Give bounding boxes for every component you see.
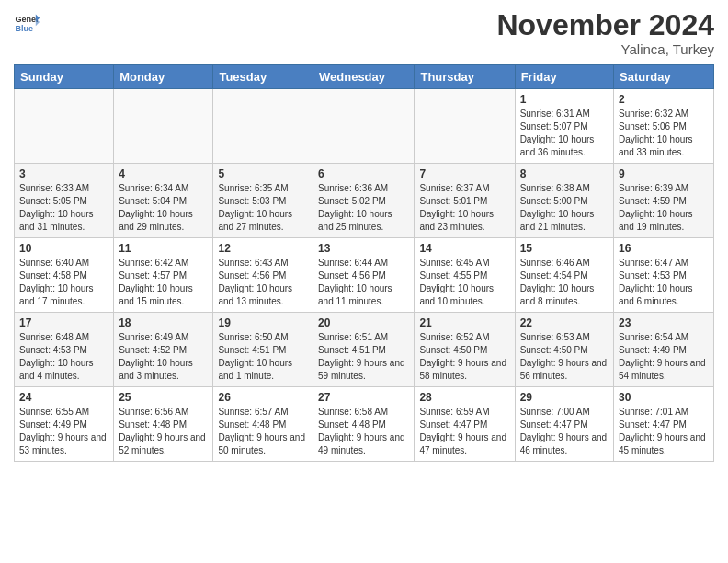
calendar-day-header: Tuesday bbox=[213, 65, 313, 89]
day-number: 13 bbox=[318, 242, 409, 255]
calendar-day-cell: 30Sunrise: 7:01 AM Sunset: 4:47 PM Dayli… bbox=[614, 387, 714, 462]
calendar-day-cell: 25Sunrise: 6:56 AM Sunset: 4:48 PM Dayli… bbox=[114, 387, 213, 462]
calendar-day-cell: 3Sunrise: 6:33 AM Sunset: 5:05 PM Daylig… bbox=[15, 164, 114, 238]
calendar-day-cell: 6Sunrise: 6:36 AM Sunset: 5:02 PM Daylig… bbox=[313, 164, 415, 238]
header: General Blue November 2024 Yalinca, Turk… bbox=[14, 9, 714, 57]
day-number: 25 bbox=[119, 391, 208, 404]
day-info: Sunrise: 6:47 AM Sunset: 4:53 PM Dayligh… bbox=[619, 257, 709, 308]
day-info: Sunrise: 6:32 AM Sunset: 5:06 PM Dayligh… bbox=[619, 108, 709, 159]
month-title: November 2024 bbox=[496, 9, 714, 41]
day-info: Sunrise: 6:51 AM Sunset: 4:51 PM Dayligh… bbox=[318, 331, 409, 383]
calendar-header-row: SundayMondayTuesdayWednesdayThursdayFrid… bbox=[15, 65, 714, 89]
page: General Blue November 2024 Yalinca, Turk… bbox=[0, 0, 728, 471]
day-info: Sunrise: 6:50 AM Sunset: 4:51 PM Dayligh… bbox=[218, 331, 308, 383]
calendar-day-cell: 12Sunrise: 6:43 AM Sunset: 4:56 PM Dayli… bbox=[213, 238, 313, 313]
day-number: 9 bbox=[619, 167, 709, 180]
day-number: 29 bbox=[520, 391, 609, 404]
calendar-day-cell bbox=[313, 89, 415, 164]
logo: General Blue bbox=[14, 9, 40, 35]
calendar-week-row: 3Sunrise: 6:33 AM Sunset: 5:05 PM Daylig… bbox=[15, 164, 714, 238]
day-number: 15 bbox=[520, 242, 609, 255]
day-info: Sunrise: 6:45 AM Sunset: 4:55 PM Dayligh… bbox=[419, 257, 509, 308]
day-info: Sunrise: 6:42 AM Sunset: 4:57 PM Dayligh… bbox=[119, 257, 208, 308]
day-info: Sunrise: 6:57 AM Sunset: 4:48 PM Dayligh… bbox=[218, 406, 308, 457]
day-number: 2 bbox=[619, 93, 709, 106]
calendar-day-cell: 4Sunrise: 6:34 AM Sunset: 5:04 PM Daylig… bbox=[114, 164, 213, 238]
calendar-day-cell bbox=[15, 89, 114, 164]
day-number: 22 bbox=[520, 316, 609, 329]
day-number: 19 bbox=[218, 316, 308, 329]
calendar-day-cell: 10Sunrise: 6:40 AM Sunset: 4:58 PM Dayli… bbox=[15, 238, 114, 313]
calendar-day-cell: 11Sunrise: 6:42 AM Sunset: 4:57 PM Dayli… bbox=[114, 238, 213, 313]
day-info: Sunrise: 6:58 AM Sunset: 4:48 PM Dayligh… bbox=[318, 406, 409, 457]
calendar-week-row: 17Sunrise: 6:48 AM Sunset: 4:53 PM Dayli… bbox=[15, 313, 714, 387]
day-info: Sunrise: 6:38 AM Sunset: 5:00 PM Dayligh… bbox=[520, 182, 609, 234]
day-info: Sunrise: 6:52 AM Sunset: 4:50 PM Dayligh… bbox=[419, 331, 509, 383]
calendar-day-cell: 22Sunrise: 6:53 AM Sunset: 4:50 PM Dayli… bbox=[515, 313, 613, 387]
calendar-day-cell: 16Sunrise: 6:47 AM Sunset: 4:53 PM Dayli… bbox=[614, 238, 714, 313]
calendar-day-cell: 2Sunrise: 6:32 AM Sunset: 5:06 PM Daylig… bbox=[614, 89, 714, 164]
day-info: Sunrise: 6:34 AM Sunset: 5:04 PM Dayligh… bbox=[119, 182, 208, 234]
day-number: 30 bbox=[619, 391, 709, 404]
day-number: 27 bbox=[318, 391, 409, 404]
calendar-day-cell bbox=[415, 89, 515, 164]
day-number: 10 bbox=[19, 242, 108, 255]
day-number: 23 bbox=[619, 316, 709, 329]
calendar-day-cell: 29Sunrise: 7:00 AM Sunset: 4:47 PM Dayli… bbox=[515, 387, 613, 462]
calendar-day-cell: 23Sunrise: 6:54 AM Sunset: 4:49 PM Dayli… bbox=[614, 313, 714, 387]
calendar-day-header: Friday bbox=[515, 65, 613, 89]
day-number: 11 bbox=[119, 242, 208, 255]
day-info: Sunrise: 6:48 AM Sunset: 4:53 PM Dayligh… bbox=[19, 331, 108, 383]
calendar-day-cell: 8Sunrise: 6:38 AM Sunset: 5:00 PM Daylig… bbox=[515, 164, 613, 238]
calendar-day-cell: 5Sunrise: 6:35 AM Sunset: 5:03 PM Daylig… bbox=[213, 164, 313, 238]
calendar-day-cell bbox=[213, 89, 313, 164]
day-number: 14 bbox=[419, 242, 509, 255]
calendar-week-row: 1Sunrise: 6:31 AM Sunset: 5:07 PM Daylig… bbox=[15, 89, 714, 164]
day-info: Sunrise: 6:46 AM Sunset: 4:54 PM Dayligh… bbox=[520, 257, 609, 308]
calendar-day-cell: 19Sunrise: 6:50 AM Sunset: 4:51 PM Dayli… bbox=[213, 313, 313, 387]
calendar-day-cell: 27Sunrise: 6:58 AM Sunset: 4:48 PM Dayli… bbox=[313, 387, 415, 462]
day-number: 17 bbox=[19, 316, 108, 329]
day-number: 5 bbox=[218, 167, 308, 180]
calendar-day-cell: 26Sunrise: 6:57 AM Sunset: 4:48 PM Dayli… bbox=[213, 387, 313, 462]
calendar-day-cell: 14Sunrise: 6:45 AM Sunset: 4:55 PM Dayli… bbox=[415, 238, 515, 313]
calendar-day-header: Sunday bbox=[15, 65, 114, 89]
day-info: Sunrise: 6:59 AM Sunset: 4:47 PM Dayligh… bbox=[419, 406, 509, 457]
calendar-week-row: 24Sunrise: 6:55 AM Sunset: 4:49 PM Dayli… bbox=[15, 387, 714, 462]
calendar-day-cell: 7Sunrise: 6:37 AM Sunset: 5:01 PM Daylig… bbox=[415, 164, 515, 238]
day-number: 6 bbox=[318, 167, 409, 180]
calendar-day-cell: 20Sunrise: 6:51 AM Sunset: 4:51 PM Dayli… bbox=[313, 313, 415, 387]
day-info: Sunrise: 6:40 AM Sunset: 4:58 PM Dayligh… bbox=[19, 257, 108, 308]
calendar-day-header: Monday bbox=[114, 65, 213, 89]
calendar-day-cell bbox=[114, 89, 213, 164]
day-number: 8 bbox=[520, 167, 609, 180]
calendar-day-cell: 17Sunrise: 6:48 AM Sunset: 4:53 PM Dayli… bbox=[15, 313, 114, 387]
calendar-day-cell: 1Sunrise: 6:31 AM Sunset: 5:07 PM Daylig… bbox=[515, 89, 613, 164]
day-info: Sunrise: 6:36 AM Sunset: 5:02 PM Dayligh… bbox=[318, 182, 409, 234]
day-info: Sunrise: 6:44 AM Sunset: 4:56 PM Dayligh… bbox=[318, 257, 409, 308]
day-info: Sunrise: 7:00 AM Sunset: 4:47 PM Dayligh… bbox=[520, 406, 609, 457]
day-number: 20 bbox=[318, 316, 409, 329]
svg-text:Blue: Blue bbox=[15, 24, 33, 33]
day-info: Sunrise: 6:35 AM Sunset: 5:03 PM Dayligh… bbox=[218, 182, 308, 234]
day-number: 4 bbox=[119, 167, 208, 180]
location-subtitle: Yalinca, Turkey bbox=[496, 41, 714, 57]
day-info: Sunrise: 6:39 AM Sunset: 4:59 PM Dayligh… bbox=[619, 182, 709, 234]
calendar-day-cell: 13Sunrise: 6:44 AM Sunset: 4:56 PM Dayli… bbox=[313, 238, 415, 313]
calendar-day-header: Thursday bbox=[415, 65, 515, 89]
day-number: 3 bbox=[19, 167, 108, 180]
logo-icon: General Blue bbox=[14, 9, 40, 35]
title-block: November 2024 Yalinca, Turkey bbox=[496, 9, 714, 57]
day-info: Sunrise: 6:55 AM Sunset: 4:49 PM Dayligh… bbox=[19, 406, 108, 457]
calendar-day-cell: 15Sunrise: 6:46 AM Sunset: 4:54 PM Dayli… bbox=[515, 238, 613, 313]
calendar-day-cell: 18Sunrise: 6:49 AM Sunset: 4:52 PM Dayli… bbox=[114, 313, 213, 387]
day-number: 28 bbox=[419, 391, 509, 404]
calendar-table: SundayMondayTuesdayWednesdayThursdayFrid… bbox=[14, 64, 714, 462]
day-number: 26 bbox=[218, 391, 308, 404]
calendar-day-header: Wednesday bbox=[313, 65, 415, 89]
day-info: Sunrise: 6:49 AM Sunset: 4:52 PM Dayligh… bbox=[119, 331, 208, 383]
calendar-day-cell: 28Sunrise: 6:59 AM Sunset: 4:47 PM Dayli… bbox=[415, 387, 515, 462]
day-info: Sunrise: 6:37 AM Sunset: 5:01 PM Dayligh… bbox=[419, 182, 509, 234]
calendar-day-cell: 21Sunrise: 6:52 AM Sunset: 4:50 PM Dayli… bbox=[415, 313, 515, 387]
day-number: 21 bbox=[419, 316, 509, 329]
